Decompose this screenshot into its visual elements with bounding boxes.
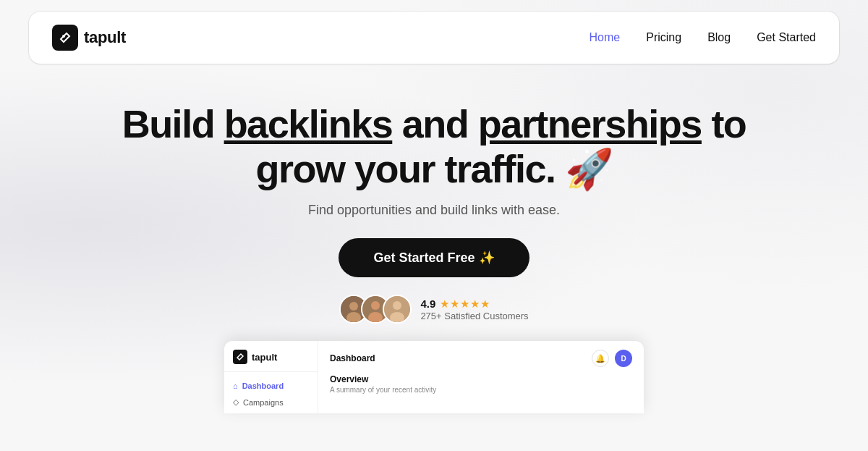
cta-button[interactable]: Get Started Free ✨ [339,238,529,277]
bell-icon: 🔔 [595,354,605,363]
nav-item-home[interactable]: Home [590,31,621,44]
svg-point-0 [62,35,65,38]
hero-subtitle: Find opportunities and build links with … [0,203,868,218]
nav-item-get-started[interactable]: Get Started [757,31,816,44]
svg-point-2 [349,302,358,311]
avatars [339,295,412,324]
nav-link-get-started[interactable]: Get Started [757,31,816,43]
nav-links: Home Pricing Blog Get Started [590,31,816,44]
logo-icon [52,25,78,51]
dashboard-preview: tapult ⌂ Dashboard ◇ Campaigns Dashboard… [224,341,644,413]
dashboard-header-row: Dashboard 🔔 D [330,350,632,367]
rating-row: 4.9 ★★★★★ [420,298,490,311]
svg-point-5 [371,301,380,310]
hero-title-part3: to [702,102,746,146]
stars: ★★★★★ [440,298,490,311]
hero-title-line2: grow your traffic. 🚀 [255,147,612,190]
dashboard-logo-icon [233,350,247,364]
rating-number: 4.9 [420,298,435,310]
rating-count: 275+ Satisfied Customers [420,311,528,321]
dashboard-logo: tapult [224,350,318,372]
nav-link-home[interactable]: Home [590,31,621,43]
nav-item-pricing[interactable]: Pricing [646,31,681,44]
logo[interactable]: tapult [52,25,126,51]
dashboard-header-actions: 🔔 D [592,350,632,367]
dashboard-nav-label-1: Dashboard [242,382,284,390]
avatar-3 [383,295,412,324]
overview-subtitle: A summary of your recent activity [330,386,632,394]
nav-item-blog[interactable]: Blog [707,31,731,44]
dashboard-nav-label-2: Campaigns [243,398,284,407]
logo-text: tapult [84,28,126,47]
navbar: tapult Home Pricing Blog Get Started [29,12,839,64]
dashboard-sidebar: tapult ⌂ Dashboard ◇ Campaigns [224,341,318,413]
notification-bell[interactable]: 🔔 [592,350,609,367]
hero-highlight-partnerships: partnerships [478,102,702,146]
social-proof: 4.9 ★★★★★ 275+ Satisfied Customers [0,295,868,324]
hero-title-part2: and [392,102,478,146]
hero-highlight-backlinks: backlinks [224,102,393,146]
nav-link-pricing[interactable]: Pricing [646,31,681,43]
dashboard-main: Dashboard 🔔 D Overview A summary of your… [318,341,644,413]
nav-link-blog[interactable]: Blog [707,31,731,43]
campaigns-icon: ◇ [233,397,239,407]
dashboard-logo-text: tapult [252,352,277,363]
svg-point-8 [393,301,401,310]
hero-section: Build backlinks and partnerships to grow… [0,64,868,324]
overview-section: Overview A summary of your recent activi… [330,374,632,394]
dashboard-nav-campaigns[interactable]: ◇ Campaigns [224,394,318,410]
dashboard-home-icon: ⌂ [233,382,238,390]
dashboard-title: Dashboard [330,353,375,363]
hero-title: Build backlinks and partnerships to grow… [0,101,868,191]
rating-info: 4.9 ★★★★★ 275+ Satisfied Customers [420,298,528,321]
hero-title-part1: Build [122,102,224,146]
overview-title: Overview [330,374,632,384]
dashboard-nav-dashboard[interactable]: ⌂ Dashboard [224,378,318,394]
user-avatar[interactable]: D [615,350,632,367]
